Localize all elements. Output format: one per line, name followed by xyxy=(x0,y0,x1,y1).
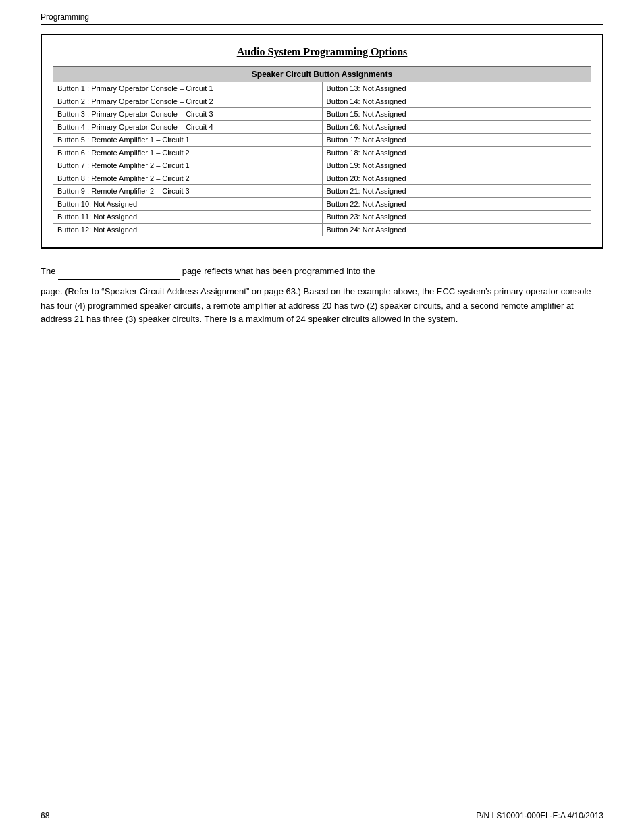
table-cell-left: Button 12: Not Assigned xyxy=(53,224,323,236)
table-cell-left: Button 9 : Remote Amplifier 2 – Circuit … xyxy=(53,185,323,198)
table-row: Button 8 : Remote Amplifier 2 – Circuit … xyxy=(53,172,591,185)
table-container: Audio System Programming Options Speaker… xyxy=(41,34,603,249)
table-row: Button 4 : Primary Operator Console – Ci… xyxy=(53,121,591,134)
table-row: Button 11: Not AssignedButton 23: Not As… xyxy=(53,211,591,224)
table-cell-right: Button 23: Not Assigned xyxy=(322,211,591,224)
table-row: Button 10: Not AssignedButton 22: Not As… xyxy=(53,198,591,211)
table-row: Button 7 : Remote Amplifier 2 – Circuit … xyxy=(53,159,591,172)
table-row: Button 1 : Primary Operator Console – Ci… xyxy=(53,82,591,95)
table-row: Button 2 : Primary Operator Console – Ci… xyxy=(53,95,591,108)
table-row: Button 5 : Remote Amplifier 1 – Circuit … xyxy=(53,134,591,147)
table-row: Button 3 : Primary Operator Console – Ci… xyxy=(53,108,591,121)
table-cell-right: Button 22: Not Assigned xyxy=(322,198,591,211)
table-cell-left: Button 1 : Primary Operator Console – Ci… xyxy=(53,82,323,95)
table-header: Speaker Circuit Button Assignments xyxy=(53,67,591,82)
table-cell-left: Button 7 : Remote Amplifier 2 – Circuit … xyxy=(53,159,323,172)
table-cell-left: Button 10: Not Assigned xyxy=(53,198,323,211)
page-header: Programming xyxy=(41,12,603,25)
table-title: Audio System Programming Options xyxy=(53,46,591,58)
assignments-table: Speaker Circuit Button Assignments Butto… xyxy=(53,66,591,236)
table-cell-left: Button 4 : Primary Operator Console – Ci… xyxy=(53,121,323,134)
desc-post: page reflects what has been programmed i… xyxy=(182,266,375,276)
table-cell-left: Button 5 : Remote Amplifier 1 – Circuit … xyxy=(53,134,323,147)
table-cell-right: Button 15: Not Assigned xyxy=(322,108,591,121)
description-line1: The page reflects what has been programm… xyxy=(41,265,603,280)
table-cell-left: Button 11: Not Assigned xyxy=(53,211,323,224)
table-cell-right: Button 14: Not Assigned xyxy=(322,95,591,108)
desc-blank xyxy=(58,265,180,280)
table-cell-right: Button 18: Not Assigned xyxy=(322,147,591,159)
page-footer: 68 P/N LS10001-000FL-E:A 4/10/2013 xyxy=(41,808,603,820)
table-cell-right: Button 19: Not Assigned xyxy=(322,159,591,172)
table-cell-right: Button 17: Not Assigned xyxy=(322,134,591,147)
table-cell-right: Button 21: Not Assigned xyxy=(322,185,591,198)
table-cell-right: Button 13: Not Assigned xyxy=(322,82,591,95)
desc-pre: The xyxy=(41,266,55,276)
table-row: Button 9 : Remote Amplifier 2 – Circuit … xyxy=(53,185,591,198)
table-cell-right: Button 16: Not Assigned xyxy=(322,121,591,134)
description-line2: page. (Refer to “Speaker Circuit Address… xyxy=(41,285,603,327)
table-cell-left: Button 6 : Remote Amplifier 1 – Circuit … xyxy=(53,147,323,159)
description-text: The page reflects what has been programm… xyxy=(41,265,603,327)
table-cell-left: Button 3 : Primary Operator Console – Ci… xyxy=(53,108,323,121)
table-row: Button 12: Not AssignedButton 24: Not As… xyxy=(53,224,591,236)
footer-part-number: P/N LS10001-000FL-E:A 4/10/2013 xyxy=(476,811,603,820)
table-cell-right: Button 20: Not Assigned xyxy=(322,172,591,185)
main-content: Audio System Programming Options Speaker… xyxy=(41,34,603,332)
table-cell-left: Button 8 : Remote Amplifier 2 – Circuit … xyxy=(53,172,323,185)
table-cell-right: Button 24: Not Assigned xyxy=(322,224,591,236)
table-cell-left: Button 2 : Primary Operator Console – Ci… xyxy=(53,95,323,108)
footer-page-number: 68 xyxy=(41,811,49,820)
header-left: Programming xyxy=(41,12,89,22)
table-row: Button 6 : Remote Amplifier 1 – Circuit … xyxy=(53,147,591,159)
